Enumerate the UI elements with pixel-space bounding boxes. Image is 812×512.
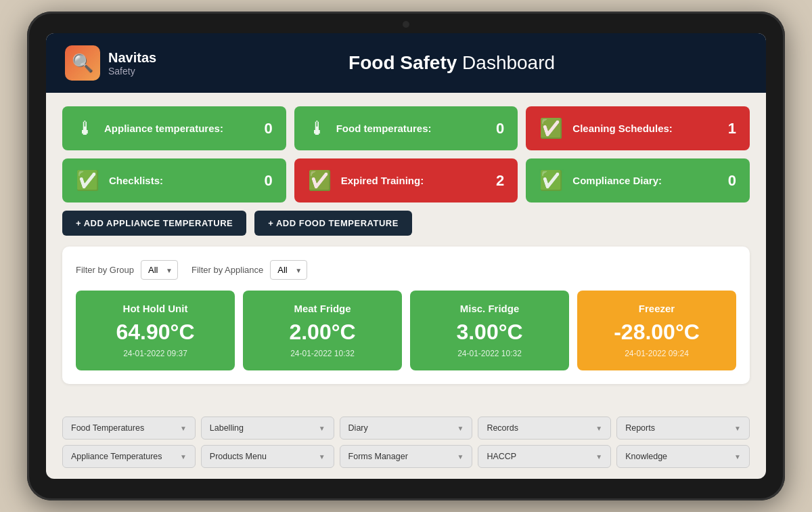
- nav-label-records: Records: [487, 423, 518, 433]
- filter-appliance-select[interactable]: All: [270, 260, 307, 280]
- appliance-name-3: Freezer: [588, 303, 725, 314]
- nav-label-food-temperatures: Food Temperatures: [71, 423, 144, 433]
- title-normal: Dashboard: [457, 52, 555, 73]
- app-header: 🔍 Navitas Safety Food Safety Dashboard: [46, 33, 766, 93]
- nav-records[interactable]: Records ▼: [478, 417, 611, 440]
- appliance-date-1: 24-01-2022 10:32: [254, 349, 391, 358]
- stat-value-2: 1: [728, 120, 736, 137]
- appliance-grid: Hot Hold Unit 64.90°C 24-01-2022 09:37 M…: [76, 291, 736, 370]
- logo-text: Navitas Safety: [108, 49, 156, 77]
- appliance-temp-0: 64.90°C: [87, 320, 224, 345]
- nav-label-diary: Diary: [348, 423, 368, 433]
- nav-diary[interactable]: Diary ▼: [340, 417, 473, 440]
- chevron-down-icon-8: ▼: [595, 453, 602, 461]
- appliance-date-0: 24-01-2022 09:37: [87, 349, 224, 358]
- chevron-down-icon-6: ▼: [319, 453, 325, 461]
- filter-group-select[interactable]: All: [141, 260, 178, 280]
- brand-sub: Safety: [108, 66, 156, 77]
- nav-reports[interactable]: Reports ▼: [616, 417, 750, 440]
- tablet-frame: 🔍 Navitas Safety Food Safety Dashboard 🌡…: [27, 12, 785, 500]
- stat-value-3: 0: [264, 172, 272, 190]
- chevron-down-icon-4: ▼: [734, 425, 741, 432]
- camera-dot: [403, 21, 409, 28]
- stat-cleaning[interactable]: ✅ Cleaning Schedules: 1: [526, 106, 750, 150]
- nav-knowledge[interactable]: Knowledge ▼: [616, 445, 750, 468]
- stat-value-0: 0: [264, 120, 272, 137]
- appliance-card-2[interactable]: Misc. Fridge 3.00°C 24-01-2022 10:32: [410, 291, 569, 370]
- stat-value-5: 0: [728, 172, 736, 190]
- filter-panel: Filter by Group All Filter by Appliance …: [62, 247, 750, 384]
- appliance-card-3[interactable]: Freezer -28.00°C 24-01-2022 09:24: [577, 291, 736, 370]
- logo-area: 🔍 Navitas Safety: [65, 45, 156, 81]
- chevron-down-icon-0: ▼: [180, 425, 187, 432]
- bottom-nav: Food Temperatures ▼ Labelling ▼ Diary ▼ …: [46, 408, 766, 479]
- filter-appliance-select-wrapper: All: [270, 260, 307, 280]
- appliance-card-0[interactable]: Hot Hold Unit 64.90°C 24-01-2022 09:37: [76, 291, 235, 370]
- stat-appliance-temps[interactable]: 🌡 Appliance temperatures: 0: [62, 106, 286, 150]
- nav-labelling[interactable]: Labelling ▼: [201, 417, 334, 440]
- appliance-temp-2: 3.00°C: [421, 320, 558, 345]
- chevron-down-icon-3: ▼: [595, 425, 602, 432]
- appliance-temp-3: -28.00°C: [588, 320, 725, 345]
- food-thermometer-icon: 🌡: [308, 117, 327, 140]
- appliance-date-3: 24-01-2022 09:24: [588, 349, 725, 358]
- chevron-down-icon-7: ▼: [457, 453, 464, 461]
- appliance-name-0: Hot Hold Unit: [87, 303, 224, 314]
- appliance-name-1: Meat Fridge: [254, 303, 391, 314]
- stats-row-2: ✅ Checklists: 0 ✅ Expired Training: 2 ✅ …: [62, 158, 750, 202]
- filter-row: Filter by Group All Filter by Appliance …: [76, 260, 736, 280]
- stat-label-3: Checklists:: [109, 175, 254, 186]
- nav-products-menu[interactable]: Products Menu ▼: [201, 445, 334, 468]
- chevron-down-icon-2: ▼: [457, 425, 464, 432]
- nav-appliance-temperatures[interactable]: Appliance Temperatures ▼: [62, 445, 196, 468]
- nav-forms-manager[interactable]: Forms Manager ▼: [340, 445, 473, 468]
- filter-group-select-wrapper: All: [141, 260, 178, 280]
- stat-label-4: Expired Training:: [341, 175, 487, 186]
- chevron-down-icon-1: ▼: [319, 425, 325, 432]
- filter-group-appliance: Filter by Appliance All: [191, 260, 307, 280]
- nav-label-labelling: Labelling: [210, 423, 244, 433]
- stat-label-0: Appliance temperatures:: [104, 123, 254, 134]
- nav-haccp[interactable]: HACCP ▼: [478, 445, 611, 468]
- stat-value-4: 2: [496, 172, 504, 190]
- check-icon-3: ✅: [539, 169, 563, 192]
- filter-group-group: Filter by Group All: [76, 260, 178, 280]
- page-title: Food Safety Dashboard: [156, 52, 747, 74]
- chevron-down-icon-9: ▼: [734, 453, 741, 461]
- thermometer-icon: 🌡: [76, 117, 95, 140]
- chevron-down-icon-5: ▼: [180, 453, 187, 461]
- filter-group-label: Filter by Group: [76, 265, 134, 275]
- stat-label-2: Cleaning Schedules:: [572, 123, 718, 134]
- stat-label-5: Compliance Diary:: [572, 175, 718, 186]
- nav-label-haccp: HACCP: [487, 452, 516, 461]
- check-icon-2: ✅: [308, 169, 332, 192]
- appliance-date-2: 24-01-2022 10:32: [421, 349, 558, 358]
- main-content: 🌡 Appliance temperatures: 0 🌡 Food tempe…: [46, 93, 766, 408]
- stat-food-temps[interactable]: 🌡 Food temperatures: 0: [294, 106, 518, 150]
- stat-expired-training[interactable]: ✅ Expired Training: 2: [294, 158, 518, 202]
- add-food-temp-button[interactable]: + ADD FOOD TEMPERATURE: [254, 211, 412, 236]
- stat-checklists[interactable]: ✅ Checklists: 0: [62, 158, 286, 202]
- action-buttons: + ADD APPLIANCE TEMPERATURE + ADD FOOD T…: [62, 211, 750, 236]
- check-icon-0: ✅: [539, 117, 563, 140]
- logo-icon: 🔍: [65, 45, 100, 81]
- tablet-screen: 🔍 Navitas Safety Food Safety Dashboard 🌡…: [46, 33, 766, 479]
- appliance-temp-1: 2.00°C: [254, 320, 391, 345]
- appliance-name-2: Misc. Fridge: [421, 303, 558, 314]
- filter-appliance-label: Filter by Appliance: [191, 265, 263, 275]
- appliance-card-1[interactable]: Meat Fridge 2.00°C 24-01-2022 10:32: [243, 291, 402, 370]
- brand-name: Navitas: [108, 49, 156, 66]
- add-appliance-temp-button[interactable]: + ADD APPLIANCE TEMPERATURE: [62, 211, 246, 236]
- nav-label-products-menu: Products Menu: [210, 452, 267, 461]
- stat-value-1: 0: [496, 120, 504, 137]
- nav-food-temperatures[interactable]: Food Temperatures ▼: [62, 417, 196, 440]
- stat-label-1: Food temperatures:: [336, 123, 487, 134]
- nav-label-reports: Reports: [625, 423, 655, 433]
- stat-compliance-diary[interactable]: ✅ Compliance Diary: 0: [526, 158, 750, 202]
- nav-label-appliance-temperatures: Appliance Temperatures: [71, 452, 162, 461]
- check-icon-1: ✅: [76, 169, 99, 192]
- stats-row-1: 🌡 Appliance temperatures: 0 🌡 Food tempe…: [62, 106, 750, 150]
- title-bold: Food Safety: [348, 52, 457, 73]
- nav-label-knowledge: Knowledge: [625, 452, 667, 461]
- nav-label-forms-manager: Forms Manager: [348, 452, 408, 461]
